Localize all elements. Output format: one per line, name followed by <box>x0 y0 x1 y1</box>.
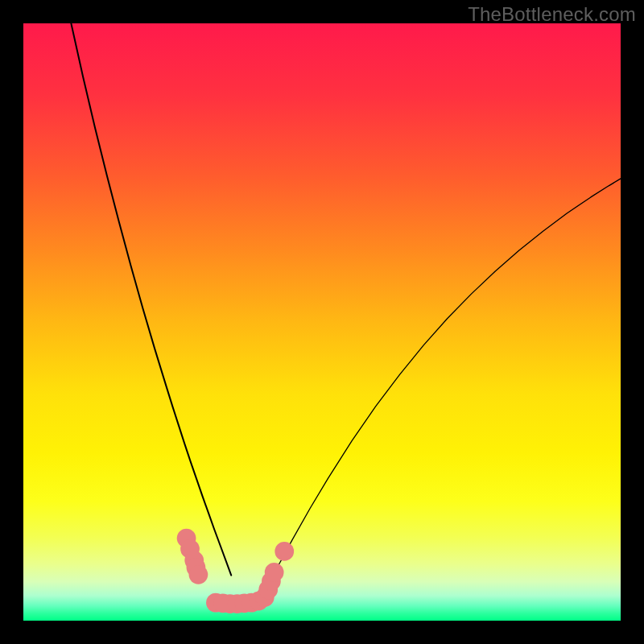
watermark-text: TheBottleneck.com <box>468 3 636 26</box>
data-marker <box>265 563 284 582</box>
chart-frame: TheBottleneck.com <box>0 0 644 644</box>
chart-svg <box>23 23 621 621</box>
data-marker <box>189 565 208 584</box>
plot-area <box>23 23 621 621</box>
chart-background <box>23 23 621 621</box>
data-marker <box>275 542 294 561</box>
